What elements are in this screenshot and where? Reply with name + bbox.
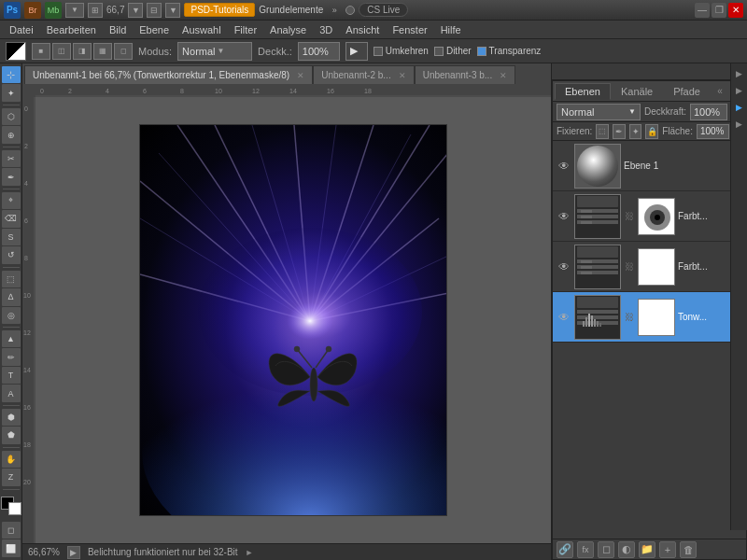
tool-history[interactable]: ↺ [2, 246, 21, 263]
add-mask-btn[interactable]: ◻ [598, 541, 614, 558]
layer-vis-ebene1[interactable]: 👁 [557, 159, 571, 174]
layer-vis-farbt2[interactable]: 👁 [557, 259, 571, 274]
tab-2[interactable]: Unbenannt-2 b... ✕ [313, 65, 415, 84]
tool-preset-icon[interactable]: ▼ [65, 3, 84, 18]
menu-fenster[interactable]: Fenster [387, 22, 432, 37]
tool-marquee[interactable]: ⊹ [2, 66, 21, 83]
tool-zoom[interactable]: Z [2, 469, 21, 485]
lock-transparent-icon[interactable]: ⬚ [596, 124, 609, 139]
zoom-icon[interactable]: ⊞ [88, 3, 103, 18]
menu-3d[interactable]: 3D [314, 22, 338, 37]
tool-select[interactable]: ⊕ [2, 126, 21, 143]
fr-icon-1[interactable]: ▶ [733, 67, 746, 80]
layout-icon[interactable]: ⊟ [147, 3, 162, 18]
modus-dropdown[interactable]: Normal ▼ [177, 42, 252, 61]
tool-dodge[interactable]: ▲ [2, 330, 21, 347]
maximize-button[interactable]: ❐ [712, 3, 726, 18]
close-button[interactable]: ✕ [728, 3, 743, 18]
tab-1-close[interactable]: ✕ [297, 71, 304, 80]
layers-list[interactable]: 👁 Ebene 1 👁 [553, 141, 746, 539]
color-swatches[interactable] [1, 497, 21, 515]
layer-item-ebene1[interactable]: 👁 Ebene 1 [553, 141, 746, 191]
tool-crop[interactable]: ✂ [2, 150, 21, 167]
umkehren-option[interactable]: Umkehren [374, 46, 429, 56]
shape-none[interactable]: ◻ [114, 43, 133, 60]
blend-mode-dropdown[interactable]: Normal ▼ [557, 104, 641, 120]
tool-3d[interactable]: ⬟ [2, 427, 21, 443]
status-icon[interactable]: ▶ [67, 546, 80, 559]
tab-3[interactable]: Unbenannt-3 b... ✕ [415, 65, 516, 84]
tool-stamp[interactable]: S [2, 229, 21, 245]
shape-pattern[interactable]: ▦ [93, 43, 112, 60]
tab-ebenen[interactable]: Ebenen [555, 83, 611, 100]
menu-bearbeiten[interactable]: Bearbeiten [41, 22, 102, 37]
tab-kanaele[interactable]: Kanäle [611, 83, 663, 100]
tool-heal[interactable]: ⌖ [2, 192, 21, 209]
panel-collapse-icon[interactable]: « [712, 84, 727, 99]
menu-analyse[interactable]: Analyse [264, 22, 312, 37]
menu-ebene[interactable]: Ebene [134, 22, 175, 37]
adjustment-btn[interactable]: ◐ [618, 541, 635, 558]
fr-icon-4[interactable]: ▶ [733, 118, 746, 131]
shape-grad1[interactable]: ◫ [52, 43, 71, 60]
group-layers-btn[interactable]: 📁 [639, 541, 655, 558]
tutorials-btn[interactable]: PSD-Tutorials [184, 3, 255, 17]
layer-mask-tonw[interactable] [638, 299, 675, 336]
tab-2-close[interactable]: ✕ [399, 71, 406, 80]
dither-check[interactable] [434, 47, 444, 56]
fr-icon-2[interactable]: ▶ [733, 84, 746, 97]
menu-filter[interactable]: Filter [229, 22, 262, 37]
shape-grad2[interactable]: ◨ [73, 43, 92, 60]
lock-pixels-icon[interactable]: ✒ [613, 124, 626, 139]
layer-fx-btn[interactable]: fx [577, 541, 594, 558]
menu-ansicht[interactable]: Ansicht [340, 22, 385, 37]
layer-item-farbt1[interactable]: 👁 ⛓ [553, 191, 746, 242]
menu-hilfe[interactable]: Hilfe [435, 22, 467, 37]
tool-eraser[interactable]: ⬚ [2, 271, 21, 287]
tool-blur[interactable]: ◎ [2, 307, 21, 324]
mb-icon[interactable]: Mb [45, 2, 62, 19]
layer-item-tonw[interactable]: 👁 [553, 292, 746, 343]
lock-all-icon[interactable]: 🔒 [645, 124, 658, 139]
tool-path[interactable]: A [2, 385, 21, 401]
tool-lasso[interactable]: ⬡ [2, 108, 21, 125]
layer-vis-farbt1[interactable]: 👁 [557, 209, 571, 224]
tab-pfade[interactable]: Pfade [663, 83, 711, 100]
tool-screenmode[interactable]: ⬜ [2, 539, 21, 556]
tool-eyedropper[interactable]: ✒ [2, 168, 21, 185]
fill-value[interactable]: 100% [697, 124, 729, 139]
lock-position-icon[interactable]: ✦ [629, 124, 642, 139]
tab-3-close[interactable]: ✕ [500, 71, 507, 80]
umkehren-check[interactable] [374, 47, 383, 56]
tool-quickmask[interactable]: ◻ [2, 522, 21, 539]
opacity-value-input[interactable]: 100% [690, 104, 727, 120]
tool-text[interactable]: T [2, 367, 21, 384]
transparenz-option[interactable]: Transparenz [477, 46, 542, 56]
tool-shape[interactable]: ⬢ [2, 409, 21, 426]
cs-live-btn[interactable]: CS Live [359, 3, 408, 17]
tool-brush[interactable]: ⌫ [2, 210, 21, 227]
foreground-swatch[interactable] [6, 42, 26, 61]
link-layers-btn[interactable]: 🔗 [557, 541, 573, 558]
menu-auswahl[interactable]: Auswahl [176, 22, 227, 37]
layer-mask-farbt1[interactable] [638, 198, 675, 235]
layer-vis-tonw[interactable]: 👁 [557, 310, 571, 325]
fr-icon-3[interactable]: ▶ [733, 101, 746, 114]
opacity-input[interactable]: 100% [298, 42, 340, 61]
tool-gradient[interactable]: ∆ [2, 288, 21, 305]
extend-icon[interactable]: » [327, 3, 342, 18]
layer-mask-farbt2[interactable] [638, 248, 675, 286]
photoshop-canvas[interactable] [139, 124, 447, 516]
br-icon[interactable]: Br [24, 2, 41, 19]
opacity-stepper[interactable]: ▶ [345, 42, 368, 61]
delete-layer-btn[interactable]: 🗑 [680, 541, 697, 558]
menu-bild[interactable]: Bild [104, 22, 132, 37]
minimize-button[interactable]: — [695, 3, 710, 18]
tab-1[interactable]: Unbenannt-1 bei 66,7% (Tonwertkorrektur … [24, 65, 313, 84]
tool-hand[interactable]: ✋ [2, 451, 21, 468]
layer-item-farbt2[interactable]: 👁 ⛓ [553, 242, 746, 292]
layout-dropdown[interactable]: ▼ [165, 3, 180, 18]
tool-move[interactable]: ✦ [2, 84, 21, 101]
new-layer-btn[interactable]: + [659, 541, 676, 558]
menu-datei[interactable]: Datei [4, 22, 39, 37]
